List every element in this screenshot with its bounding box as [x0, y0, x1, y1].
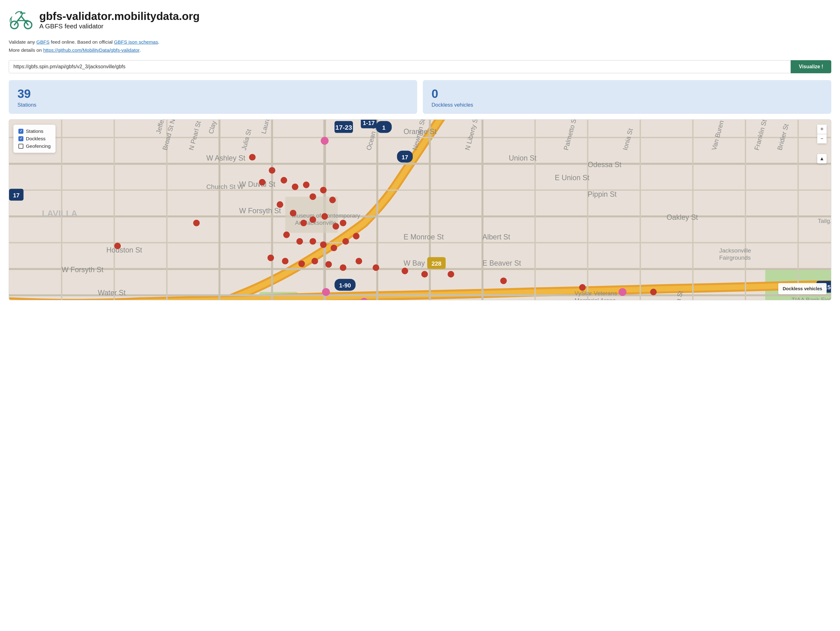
svg-point-99 [333, 223, 339, 229]
svg-point-116 [373, 264, 379, 271]
svg-point-112 [311, 258, 318, 264]
dockless-checkbox[interactable] [18, 136, 24, 141]
svg-point-103 [297, 238, 303, 245]
gbfs-schemas-link[interactable]: GBFS json schemas [114, 39, 158, 44]
stations-legend-label: Stations [26, 128, 43, 134]
svg-text:E Monroe St: E Monroe St [403, 233, 444, 241]
site-subtitle: A GBFS feed validator [39, 22, 199, 30]
map-legend: Stations Dockless Geofencing [13, 125, 55, 153]
svg-text:1: 1 [382, 124, 386, 131]
svg-point-97 [309, 216, 316, 223]
visualize-button[interactable]: Visualize ! [791, 60, 831, 73]
svg-text:Memorial Arena: Memorial Arena [575, 297, 616, 300]
svg-text:E Union St: E Union St [555, 174, 589, 182]
svg-text:TIAA Bank Fiel...: TIAA Bank Fiel... [791, 297, 831, 300]
svg-text:Water St: Water St [98, 289, 126, 297]
svg-text:1-90: 1-90 [339, 282, 351, 289]
geofencing-checkbox[interactable] [18, 144, 24, 149]
legend-stations[interactable]: Stations [18, 128, 51, 134]
gbfs-link[interactable]: GBFS [36, 39, 50, 44]
svg-text:Pippin St: Pippin St [588, 190, 617, 198]
svg-point-85 [269, 167, 275, 174]
svg-point-117 [402, 268, 408, 274]
svg-point-122 [650, 289, 657, 295]
svg-point-114 [340, 264, 346, 271]
svg-point-95 [290, 210, 296, 216]
map-north-indicator[interactable]: ▲ [817, 154, 827, 163]
site-title: gbfs-validator.mobilitydata.org [39, 10, 199, 22]
zoom-in-button[interactable]: + [817, 125, 827, 134]
map-container[interactable]: Union St Orange St W Ashley St W Duval S… [9, 119, 831, 300]
desc-line1: Validate any GBFS feed online. Based on … [9, 39, 159, 44]
legend-dockless[interactable]: Dockless [18, 136, 51, 142]
github-link[interactable]: https://github.com/MobilityData/gbfs-val… [43, 47, 139, 53]
dockless-number: 0 [431, 87, 823, 101]
svg-text:Houston St: Houston St [106, 246, 142, 254]
svg-point-118 [421, 271, 428, 278]
dockless-card: 0 Dockless vehicles [423, 80, 831, 114]
svg-point-111 [298, 260, 305, 267]
svg-point-106 [330, 245, 337, 251]
svg-text:Oakley St: Oakley St [666, 213, 698, 221]
svg-point-115 [355, 258, 362, 264]
svg-text:W Ashley St: W Ashley St [207, 154, 246, 162]
dockless-label: Dockless vehicles [431, 102, 823, 108]
svg-text:Jacksonville: Jacksonville [719, 247, 751, 254]
svg-point-125 [322, 288, 330, 296]
page-header: gbfs-validator.mobilitydata.org A GBFS f… [0, 0, 840, 36]
svg-point-120 [500, 278, 507, 284]
svg-point-113 [325, 261, 332, 268]
svg-point-96 [300, 219, 307, 226]
logo-icon [9, 8, 34, 32]
url-bar: Visualize ! [0, 60, 840, 80]
svg-point-109 [267, 254, 274, 261]
svg-point-119 [448, 271, 454, 278]
svg-point-94 [276, 201, 283, 208]
header-text: gbfs-validator.mobilitydata.org A GBFS f… [39, 10, 199, 30]
svg-point-98 [322, 213, 328, 219]
svg-point-84 [249, 154, 256, 161]
svg-point-127 [619, 288, 627, 296]
svg-text:1-17: 1-17 [363, 120, 375, 126]
svg-point-93 [193, 219, 199, 226]
geofencing-legend-label: Geofencing [26, 144, 51, 149]
svg-text:Albert St: Albert St [482, 233, 510, 241]
stations-number: 39 [17, 87, 409, 101]
svg-text:E Beaver St: E Beaver St [482, 259, 521, 267]
dockless-legend-label: Dockless [26, 136, 46, 142]
svg-point-89 [303, 181, 309, 188]
svg-point-87 [281, 177, 287, 183]
stations-label: Stations [17, 102, 409, 108]
bottom-legend: Dockless vehicles [778, 283, 827, 294]
stations-checkbox[interactable] [18, 129, 24, 134]
svg-point-105 [320, 241, 327, 248]
svg-point-110 [282, 258, 289, 264]
svg-point-88 [292, 183, 298, 190]
svg-point-108 [353, 233, 360, 240]
svg-point-124 [321, 137, 328, 145]
svg-point-90 [309, 193, 316, 200]
svg-text:17: 17 [402, 154, 408, 160]
zoom-out-button[interactable]: − [817, 134, 827, 144]
svg-text:Fairgrounds: Fairgrounds [719, 254, 751, 261]
svg-text:228: 228 [431, 260, 442, 267]
svg-text:W Duval St: W Duval St [239, 180, 276, 188]
svg-point-121 [579, 284, 586, 290]
svg-point-92 [329, 197, 336, 203]
svg-text:W Forsyth St: W Forsyth St [239, 207, 281, 215]
svg-text:Tailg...: Tailg... [818, 218, 831, 224]
desc-line2: More details on https://github.com/Mobil… [9, 47, 141, 53]
svg-text:17-23: 17-23 [335, 123, 352, 131]
svg-point-91 [320, 187, 327, 193]
svg-text:Church St W: Church St W [207, 183, 244, 190]
svg-text:VyStar Veterans: VyStar Veterans [575, 290, 617, 297]
svg-text:W Forsyth St: W Forsyth St [62, 266, 104, 274]
map-background: Union St Orange St W Ashley St W Duval S… [9, 120, 831, 300]
svg-point-102 [283, 231, 290, 238]
url-input[interactable] [9, 60, 791, 73]
svg-point-100 [340, 219, 346, 226]
description: Validate any GBFS feed online. Based on … [0, 36, 840, 60]
legend-geofencing[interactable]: Geofencing [18, 144, 51, 149]
svg-point-104 [309, 238, 316, 245]
svg-point-86 [259, 179, 265, 186]
